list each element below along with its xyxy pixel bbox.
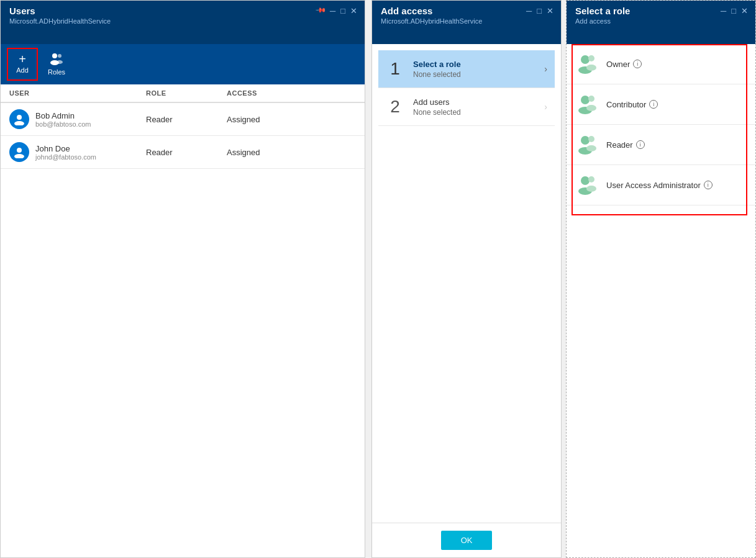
maximize-icon[interactable]: □ xyxy=(731,7,736,15)
user-email: bob@fabtoso.com xyxy=(35,120,91,128)
col-user-header: USER xyxy=(9,89,146,97)
step-select-role[interactable]: 1 Select a role None selected › xyxy=(378,50,555,88)
user-name: John Doe xyxy=(35,144,96,153)
role-item-user-access-admin[interactable]: User Access Administrator i xyxy=(567,165,755,205)
role-item-reader[interactable]: Reader i xyxy=(567,125,755,165)
svg-point-3 xyxy=(57,60,63,64)
step-add-users[interactable]: 2 Add users None selected › xyxy=(378,88,555,126)
col-access-header: ACCESS xyxy=(227,89,356,97)
minimize-icon[interactable]: ─ xyxy=(526,7,532,15)
svg-point-0 xyxy=(52,53,57,58)
step-1-chevron: › xyxy=(544,64,547,74)
contributor-role-icon xyxy=(576,93,599,115)
users-subtitle: Microsoft.ADHybridHealthService xyxy=(9,17,111,25)
svg-point-19 xyxy=(586,145,596,151)
add-access-title: Add access xyxy=(381,6,482,16)
close-icon[interactable]: ✕ xyxy=(547,7,553,15)
role-item-contributor[interactable]: Contributor i xyxy=(567,84,755,125)
select-role-panel: Select a role Add access ─ □ ✕ xyxy=(566,0,756,558)
users-titlebar: Users Microsoft.ADHybridHealthService 📌 … xyxy=(1,1,365,44)
steps-container: 1 Select a role None selected › 2 Add us… xyxy=(372,44,561,523)
svg-point-6 xyxy=(17,148,22,153)
step-1-subtitle: None selected xyxy=(413,70,544,79)
step-1-number: 1 xyxy=(386,59,404,79)
close-icon[interactable]: ✕ xyxy=(350,7,357,15)
svg-point-5 xyxy=(14,121,24,125)
maximize-icon[interactable]: □ xyxy=(537,7,542,15)
roles-label: Roles xyxy=(48,68,65,76)
add-access-panel: Add access Microsoft.ADHybridHealthServi… xyxy=(371,0,562,558)
svg-point-20 xyxy=(581,176,590,185)
user-email: johnd@fabtoso.com xyxy=(35,153,96,161)
roles-button[interactable]: Roles xyxy=(40,48,73,81)
user-cell: Bob Admin bob@fabtoso.com xyxy=(9,109,146,129)
step-2-title: Add users xyxy=(413,97,544,107)
select-role-title: Select a role xyxy=(575,6,630,16)
users-panel: Users Microsoft.ADHybridHealthService 📌 … xyxy=(0,0,365,558)
table-row[interactable]: Bob Admin bob@fabtoso.com Reader Assigne… xyxy=(1,103,365,136)
col-role-header: ROLE xyxy=(146,89,227,97)
step-2-chevron: › xyxy=(544,102,547,112)
avatar xyxy=(9,142,29,162)
ok-button[interactable]: OK xyxy=(441,531,493,550)
svg-point-7 xyxy=(14,154,24,158)
svg-point-18 xyxy=(588,136,594,142)
owner-role-icon xyxy=(576,53,599,75)
svg-point-14 xyxy=(588,96,594,102)
contributor-role-name: Contributor xyxy=(606,100,646,109)
users-table-body: Bob Admin bob@fabtoso.com Reader Assigne… xyxy=(1,103,365,557)
role-item-owner[interactable]: Owner i xyxy=(567,44,755,84)
minimize-icon[interactable]: ─ xyxy=(330,7,335,15)
svg-point-11 xyxy=(586,65,596,71)
users-window-controls: 📌 ─ □ ✕ xyxy=(316,6,357,15)
user-access-admin-role-name: User Access Administrator xyxy=(606,181,701,190)
owner-role-name: Owner xyxy=(606,60,630,69)
add-icon: + xyxy=(19,53,26,65)
avatar xyxy=(9,109,29,129)
access-cell: Assigned xyxy=(227,115,356,124)
roles-icon xyxy=(50,53,63,67)
svg-point-10 xyxy=(588,55,594,61)
user-access-admin-info-icon[interactable]: i xyxy=(704,181,713,189)
select-role-titlebar: Select a role Add access ─ □ ✕ xyxy=(567,1,755,44)
svg-point-4 xyxy=(17,115,22,120)
add-access-window-controls: ─ □ ✕ xyxy=(526,6,553,15)
svg-point-16 xyxy=(581,136,590,145)
close-icon[interactable]: ✕ xyxy=(741,7,748,15)
user-name: Bob Admin xyxy=(35,111,91,120)
select-role-subtitle: Add access xyxy=(575,17,630,25)
reader-role-icon xyxy=(576,133,599,156)
users-toolbar: + Add Roles xyxy=(1,44,365,84)
minimize-icon[interactable]: ─ xyxy=(721,7,726,15)
reader-info-icon[interactable]: i xyxy=(636,140,645,149)
role-cell: Reader xyxy=(146,115,227,124)
add-access-titlebar: Add access Microsoft.ADHybridHealthServi… xyxy=(372,1,561,44)
step-1-title: Select a role xyxy=(413,60,544,69)
table-row[interactable]: John Doe johnd@fabtoso.com Reader Assign… xyxy=(1,136,365,169)
add-button[interactable]: + Add xyxy=(7,48,38,81)
owner-info-icon[interactable]: i xyxy=(633,60,642,68)
svg-point-23 xyxy=(586,186,596,192)
user-access-admin-role-icon xyxy=(576,174,599,196)
step-2-number: 2 xyxy=(386,97,404,117)
svg-point-8 xyxy=(581,55,590,64)
roles-list: Owner i Contributor i xyxy=(567,44,755,557)
svg-point-2 xyxy=(58,54,61,58)
maximize-icon[interactable]: □ xyxy=(340,7,345,15)
contributor-info-icon[interactable]: i xyxy=(649,100,658,109)
select-role-window-controls: ─ □ ✕ xyxy=(721,6,748,15)
users-table-header: USER ROLE ACCESS xyxy=(1,84,365,103)
access-cell: Assigned xyxy=(227,148,356,157)
ok-bar: OK xyxy=(372,523,561,557)
svg-point-22 xyxy=(588,176,594,182)
svg-point-15 xyxy=(586,105,596,111)
step-2-subtitle: None selected xyxy=(413,108,544,117)
add-label: Add xyxy=(16,66,29,74)
pin-icon[interactable]: 📌 xyxy=(315,5,326,16)
svg-point-12 xyxy=(581,96,590,104)
role-cell: Reader xyxy=(146,148,227,157)
users-title: Users xyxy=(9,6,111,16)
add-access-subtitle: Microsoft.ADHybridHealthService xyxy=(381,17,482,25)
reader-role-name: Reader xyxy=(606,140,633,150)
user-cell: John Doe johnd@fabtoso.com xyxy=(9,142,146,162)
